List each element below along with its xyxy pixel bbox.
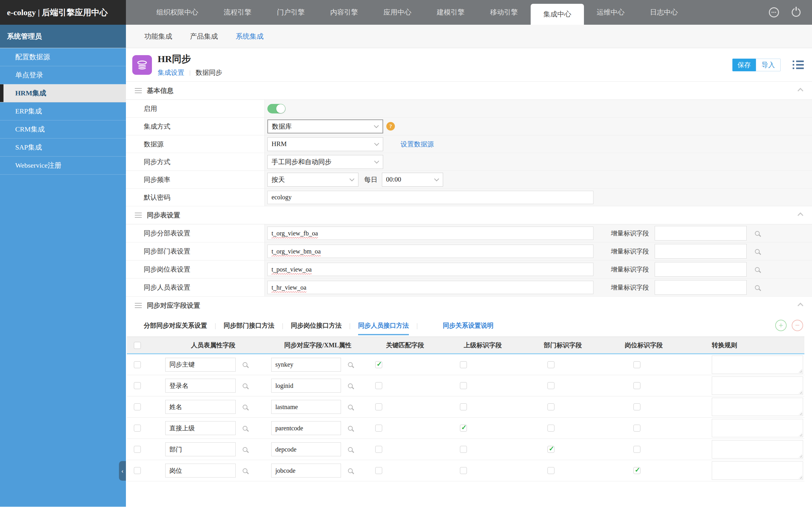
search-icon[interactable] bbox=[243, 447, 247, 452]
mapping-tab-dept-interface[interactable]: 同步部门接口方法 bbox=[223, 321, 274, 330]
datasource-select[interactable]: HRM bbox=[267, 137, 383, 151]
search-icon[interactable] bbox=[243, 405, 247, 409]
table-name-input[interactable]: t_org_view_bm_oa bbox=[267, 245, 594, 258]
row-select-checkbox[interactable] bbox=[134, 403, 141, 410]
sidebar-item-erp-integration[interactable]: ERP集成 bbox=[0, 102, 126, 120]
dept-flag-checkbox[interactable] bbox=[548, 382, 554, 389]
xml-field-input[interactable]: loginid bbox=[271, 379, 341, 393]
sidebar-item-datasource-config[interactable]: 配置数据源 bbox=[0, 48, 126, 66]
attr-field-input[interactable]: 姓名 bbox=[165, 400, 236, 414]
default-password-input[interactable]: ecology bbox=[267, 191, 594, 204]
key-match-checkbox[interactable] bbox=[375, 403, 382, 410]
xml-field-input[interactable]: synkey bbox=[271, 358, 341, 372]
parent-flag-checkbox[interactable] bbox=[460, 361, 467, 368]
collapse-section-icon[interactable] bbox=[798, 302, 803, 308]
key-match-checkbox[interactable] bbox=[375, 382, 382, 389]
key-match-checkbox[interactable] bbox=[375, 425, 382, 432]
attr-field-input[interactable]: 岗位 bbox=[165, 464, 236, 477]
key-match-checkbox[interactable] bbox=[375, 446, 382, 453]
power-icon[interactable] bbox=[792, 8, 801, 17]
subtab-product-integration[interactable]: 产品集成 bbox=[190, 32, 218, 41]
subtab-function-integration[interactable]: 功能集成 bbox=[144, 32, 172, 41]
conversion-rule-textarea[interactable] bbox=[712, 377, 803, 395]
conversion-rule-textarea[interactable] bbox=[712, 440, 803, 458]
search-icon[interactable] bbox=[243, 362, 247, 367]
increment-field-input[interactable] bbox=[655, 262, 747, 277]
topnav-item-log-center[interactable]: 日志中心 bbox=[637, 0, 691, 25]
row-select-checkbox[interactable] bbox=[134, 467, 141, 474]
tab-integration-settings[interactable]: 集成设置 bbox=[158, 68, 184, 77]
save-button[interactable]: 保存 bbox=[732, 59, 756, 71]
collapse-section-icon[interactable] bbox=[798, 212, 803, 218]
sync-mode-select[interactable]: 手工同步和自动同步 bbox=[267, 155, 383, 169]
increment-field-input[interactable] bbox=[655, 244, 747, 259]
search-icon[interactable] bbox=[243, 383, 247, 388]
list-menu-icon[interactable] bbox=[793, 60, 804, 69]
search-icon[interactable] bbox=[243, 426, 247, 431]
remove-row-button[interactable]: − bbox=[792, 320, 803, 331]
sidebar-collapse-handle[interactable]: ‹ bbox=[119, 461, 126, 481]
collapse-section-icon[interactable] bbox=[798, 88, 803, 94]
increment-field-input[interactable] bbox=[655, 280, 747, 295]
daily-time-select[interactable]: 00:00 bbox=[382, 173, 443, 187]
sidebar-item-webservice-register[interactable]: Webservice注册 bbox=[0, 157, 126, 175]
dept-flag-checkbox[interactable] bbox=[548, 446, 554, 453]
search-icon[interactable] bbox=[755, 231, 760, 236]
search-icon[interactable] bbox=[755, 267, 760, 272]
job-flag-checkbox[interactable] bbox=[633, 425, 641, 432]
topnav-item-integration-center[interactable]: 集成中心 bbox=[531, 4, 584, 25]
conversion-rule-textarea[interactable] bbox=[712, 355, 803, 374]
topnav-item-ops-center[interactable]: 运维中心 bbox=[584, 0, 637, 25]
dept-flag-checkbox[interactable] bbox=[548, 467, 554, 474]
sidebar-item-sso[interactable]: 单点登录 bbox=[0, 66, 126, 84]
parent-flag-checkbox[interactable] bbox=[460, 467, 467, 474]
attr-field-input[interactable]: 登录名 bbox=[165, 379, 236, 393]
dept-flag-checkbox[interactable] bbox=[548, 403, 554, 410]
search-icon[interactable] bbox=[755, 249, 760, 254]
sidebar-item-crm-integration[interactable]: CRM集成 bbox=[0, 120, 126, 138]
dept-flag-checkbox[interactable] bbox=[548, 361, 554, 368]
search-icon[interactable] bbox=[348, 405, 353, 409]
conversion-rule-textarea[interactable] bbox=[712, 419, 803, 437]
attr-field-input[interactable]: 同步主键 bbox=[165, 358, 236, 372]
table-name-input[interactable]: t_hr_view_oa bbox=[267, 281, 594, 294]
topnav-item-portal-engine[interactable]: 门户引擎 bbox=[264, 0, 317, 25]
topnav-item-modeling-engine[interactable]: 建模引擎 bbox=[424, 0, 477, 25]
subtab-system-integration[interactable]: 系统集成 bbox=[236, 32, 264, 41]
table-name-input[interactable]: t_org_view_fb_oa bbox=[267, 227, 594, 240]
configure-datasource-link[interactable]: 设置数据源 bbox=[401, 140, 434, 149]
xml-field-input[interactable]: jobcode bbox=[271, 464, 341, 477]
row-select-checkbox[interactable] bbox=[134, 361, 141, 368]
job-flag-checkbox[interactable] bbox=[633, 403, 641, 410]
parent-flag-checkbox[interactable] bbox=[460, 446, 467, 453]
select-all-checkbox[interactable] bbox=[134, 342, 141, 349]
topnav-item-mobile-engine[interactable]: 移动引擎 bbox=[477, 0, 531, 25]
dept-flag-checkbox[interactable] bbox=[548, 425, 554, 432]
sync-frequency-select[interactable]: 按天 bbox=[267, 173, 358, 187]
xml-field-input[interactable]: depcode bbox=[271, 442, 341, 456]
row-select-checkbox[interactable] bbox=[134, 382, 141, 389]
topnav-item-workflow-engine[interactable]: 流程引擎 bbox=[211, 0, 264, 25]
mapping-tab-branch-mapping[interactable]: 分部同步对应关系设置 bbox=[144, 321, 207, 330]
search-icon[interactable] bbox=[348, 426, 353, 431]
enable-toggle[interactable] bbox=[267, 104, 286, 113]
parent-flag-checkbox[interactable] bbox=[460, 403, 467, 410]
add-row-button[interactable]: + bbox=[775, 320, 786, 331]
conversion-rule-textarea[interactable] bbox=[712, 461, 803, 480]
search-icon[interactable] bbox=[348, 362, 353, 367]
xml-field-input[interactable]: lastname bbox=[271, 400, 341, 414]
sidebar-item-sap-integration[interactable]: SAP集成 bbox=[0, 138, 126, 157]
more-icon[interactable]: ••• bbox=[769, 7, 779, 17]
attr-field-input[interactable]: 直接上级 bbox=[165, 421, 236, 435]
search-icon[interactable] bbox=[348, 383, 353, 388]
search-icon[interactable] bbox=[348, 468, 353, 473]
search-icon[interactable] bbox=[348, 447, 353, 452]
mapping-tab-relation-note[interactable]: 同步关系设置说明 bbox=[443, 321, 494, 330]
topnav-item-content-engine[interactable]: 内容引擎 bbox=[317, 0, 371, 25]
table-name-input[interactable]: t_post_view_oa bbox=[267, 263, 594, 276]
integration-mode-select[interactable]: 数据库 bbox=[267, 119, 383, 133]
xml-field-input[interactable]: parentcode bbox=[271, 421, 341, 435]
sidebar-item-hrm-integration[interactable]: HRM集成 bbox=[0, 84, 126, 102]
attr-field-input[interactable]: 部门 bbox=[165, 442, 236, 456]
row-select-checkbox[interactable] bbox=[134, 425, 141, 432]
